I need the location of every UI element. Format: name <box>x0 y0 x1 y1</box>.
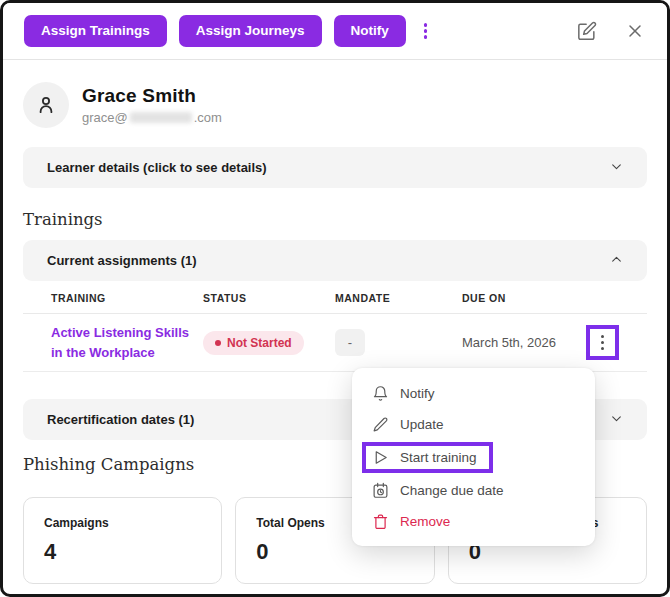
campaigns-card: Campaigns 4 <box>23 497 222 584</box>
menu-item-start-training[interactable]: Start training <box>400 450 477 465</box>
trainings-heading: Trainings <box>23 210 647 229</box>
toolbar: Assign Trainings Assign Journeys Notify <box>3 3 667 60</box>
kebab-highlight-annotation-box <box>586 325 619 360</box>
column-header-mandate: MANDATE <box>335 292 462 304</box>
learner-email: grace@.com <box>82 110 222 125</box>
notify-button[interactable]: Notify <box>334 15 406 47</box>
assign-journeys-button[interactable]: Assign Journeys <box>179 15 322 47</box>
status-cell: Not Started <box>203 331 335 355</box>
assignments-table-header: TRAINING STATUS MANDATE DUE ON <box>23 281 647 314</box>
column-header-due-on: DUE ON <box>462 292 557 304</box>
email-redaction <box>130 112 192 123</box>
current-assignments-label: Current assignments (1) <box>47 253 197 268</box>
learner-details-toggle[interactable]: Learner details (click to see details) <box>23 147 647 188</box>
chevron-down-icon <box>610 411 623 429</box>
trash-icon <box>372 513 389 530</box>
menu-item-update[interactable]: Update <box>352 409 595 440</box>
actions-cell <box>557 325 647 360</box>
menu-item-change-due-date[interactable]: Change due date <box>352 475 595 506</box>
status-badge: Not Started <box>203 331 304 355</box>
training-cell: Active Listening Skills in the Workplace <box>23 323 203 362</box>
mandate-cell: - <box>335 329 462 356</box>
mandate-chip: - <box>335 329 365 356</box>
learner-details-label: Learner details (click to see details) <box>47 160 267 175</box>
card-label: Campaigns <box>44 516 201 530</box>
close-icon[interactable] <box>624 20 646 42</box>
edit-icon[interactable] <box>576 20 598 42</box>
card-value: 4 <box>44 539 201 565</box>
table-row: Active Listening Skills in the Workplace… <box>23 314 647 372</box>
chevron-up-icon <box>610 252 623 270</box>
due-date: March 5th, 2026 <box>462 335 556 350</box>
recertification-dates-label: Recertification dates (1) <box>47 412 194 427</box>
row-kebab-menu-icon[interactable] <box>599 333 606 352</box>
learner-profile-modal: Assign Trainings Assign Journeys Notify … <box>0 0 670 597</box>
play-icon <box>372 449 389 466</box>
row-context-menu: Notify Update Start training Change due … <box>352 368 595 546</box>
menu-item-remove[interactable]: Remove <box>352 506 595 537</box>
due-on-cell: March 5th, 2026 <box>462 333 557 353</box>
status-dot-icon <box>215 340 221 346</box>
training-link[interactable]: Active Listening Skills in the Workplace <box>51 325 189 360</box>
column-header-training: TRAINING <box>23 292 203 304</box>
learner-name: Grace Smith <box>82 85 222 107</box>
assign-trainings-button[interactable]: Assign Trainings <box>24 15 167 47</box>
toolbar-overflow-kebab-menu-icon[interactable] <box>418 19 434 43</box>
calendar-clock-icon <box>372 482 389 499</box>
chevron-down-icon <box>610 159 623 177</box>
column-header-status: STATUS <box>203 292 335 304</box>
start-training-highlight-annotation-box: Start training <box>362 442 493 473</box>
current-assignments-section: Current assignments (1) TRAINING STATUS … <box>23 240 647 372</box>
menu-item-notify[interactable]: Notify <box>352 378 595 409</box>
bell-icon <box>372 385 389 402</box>
avatar <box>23 82 69 128</box>
learner-profile-header: Grace Smith grace@.com <box>23 82 647 128</box>
current-assignments-toggle[interactable]: Current assignments (1) <box>23 240 647 281</box>
pencil-icon <box>372 416 389 433</box>
